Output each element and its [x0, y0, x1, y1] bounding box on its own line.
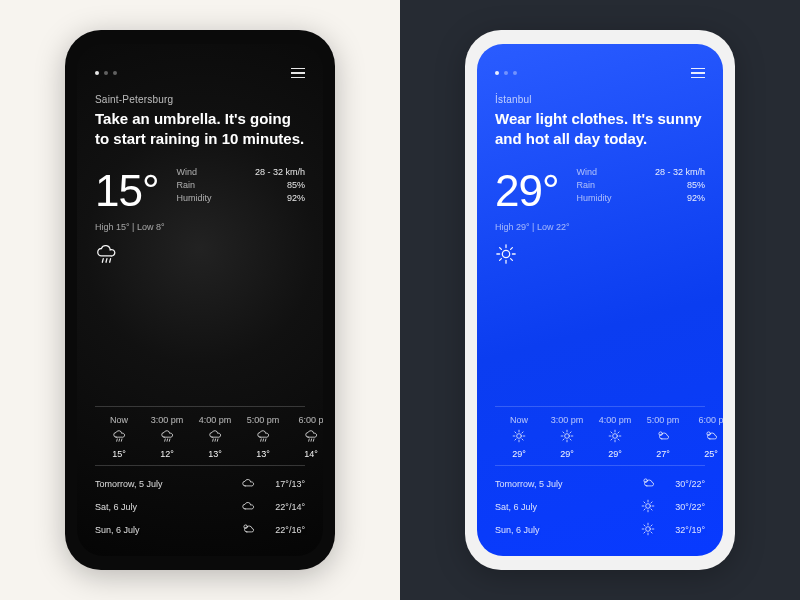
svg-line-14 [265, 439, 266, 441]
hour-cell[interactable]: Now15° [95, 415, 143, 459]
svg-line-33 [515, 432, 516, 433]
hour-cell[interactable]: Now29° [495, 415, 543, 459]
hour-cell[interactable]: 5:00 pm27° [639, 415, 687, 459]
svg-line-24 [500, 247, 502, 249]
wind-label: Wind [577, 167, 598, 177]
svg-line-63 [644, 502, 645, 503]
rain-value: 85% [687, 180, 705, 190]
hour-cell[interactable]: 4:00 pm29° [591, 415, 639, 459]
wind-value: 28 - 32 km/h [255, 167, 305, 177]
svg-line-75 [644, 532, 645, 533]
day-label: Sat, 6 July [95, 502, 233, 512]
day-row[interactable]: Sat, 6 July22°/14° [95, 497, 305, 517]
condition-icon [95, 240, 305, 268]
svg-line-27 [500, 258, 502, 260]
condition-icon [495, 240, 705, 268]
day-icon [233, 522, 263, 538]
hour-temp: 13° [256, 449, 270, 459]
svg-line-16 [311, 439, 312, 441]
svg-line-6 [165, 439, 166, 441]
day-row[interactable]: Sun, 6 July32°/19° [495, 520, 705, 540]
hour-cell[interactable]: 3:00 pm12° [143, 415, 191, 459]
svg-line-64 [651, 509, 652, 510]
hour-cell[interactable]: 6:00 p25° [687, 415, 723, 459]
daily-forecast[interactable]: Tomorrow, 5 July30°/22°Sat, 6 July30°/22… [495, 474, 705, 544]
hour-temp: 15° [112, 449, 126, 459]
svg-line-1 [106, 258, 107, 262]
svg-line-52 [618, 439, 619, 440]
menu-icon[interactable] [691, 68, 705, 79]
day-icon [233, 499, 263, 515]
canvas-left: Saint-Petersburg Take an umbrella. It's … [0, 0, 400, 600]
page-dots[interactable] [95, 71, 117, 75]
svg-line-34 [522, 439, 523, 440]
svg-line-0 [102, 258, 103, 262]
hour-temp: 14° [304, 449, 318, 459]
hour-time: 3:00 pm [551, 415, 584, 425]
hour-time: 3:00 pm [151, 415, 184, 425]
rain-value: 85% [287, 180, 305, 190]
svg-line-2 [110, 258, 111, 262]
svg-line-53 [618, 432, 619, 433]
day-row[interactable]: Tomorrow, 5 July30°/22° [495, 474, 705, 494]
svg-line-10 [215, 439, 216, 441]
svg-line-54 [611, 439, 612, 440]
day-label: Tomorrow, 5 July [95, 479, 233, 489]
hour-time: 4:00 pm [199, 415, 232, 425]
hour-time: Now [110, 415, 128, 425]
svg-line-42 [563, 432, 564, 433]
svg-line-4 [119, 439, 120, 441]
day-temps: 32°/19° [663, 525, 705, 535]
day-row[interactable]: Sun, 6 July22°/16° [95, 520, 305, 540]
hour-icon [560, 429, 574, 445]
day-row[interactable]: Tomorrow, 5 July17°/13° [95, 474, 305, 494]
hour-time: 4:00 pm [599, 415, 632, 425]
day-row[interactable]: Sat, 6 July30°/22° [495, 497, 705, 517]
advice-headline: Wear light clothes. It's sunny and hot a… [495, 109, 705, 150]
current-row: 29° Wind28 - 32 km/h Rain85% Humidity92% [495, 166, 705, 216]
svg-line-74 [651, 525, 652, 526]
advice-headline: Take an umbrella. It's going to start ra… [95, 109, 305, 150]
svg-line-8 [169, 439, 170, 441]
svg-line-17 [313, 439, 314, 441]
hour-icon [112, 429, 126, 445]
menu-icon[interactable] [291, 68, 305, 79]
daily-forecast[interactable]: Tomorrow, 5 July17°/13°Sat, 6 July22°/14… [95, 474, 305, 544]
svg-line-73 [651, 532, 652, 533]
svg-line-45 [563, 439, 564, 440]
svg-line-65 [651, 502, 652, 503]
day-label: Sun, 6 July [95, 525, 233, 535]
hourly-forecast[interactable]: Now29°3:00 pm29°4:00 pm29°5:00 pm27°6:00… [495, 406, 705, 466]
hour-icon [704, 429, 718, 445]
svg-line-36 [515, 439, 516, 440]
current-row: 15° Wind28 - 32 km/h Rain85% Humidity92% [95, 166, 305, 216]
svg-line-51 [611, 432, 612, 433]
hour-time: 6:00 p [698, 415, 723, 425]
hour-icon [512, 429, 526, 445]
svg-point-19 [502, 250, 509, 257]
city-label: İstanbul [495, 94, 705, 105]
svg-line-7 [167, 439, 168, 441]
day-temps: 22°/14° [263, 502, 305, 512]
hour-cell[interactable]: 6:00 p14° [287, 415, 323, 459]
phone-frame-light: İstanbul Wear light clothes. It's sunny … [465, 30, 735, 570]
svg-line-66 [644, 509, 645, 510]
page-dots[interactable] [495, 71, 517, 75]
svg-line-3 [117, 439, 118, 441]
hourly-forecast[interactable]: Now15°3:00 pm12°4:00 pm13°5:00 pm13°6:00… [95, 406, 305, 466]
hour-cell[interactable]: 4:00 pm13° [191, 415, 239, 459]
hour-cell[interactable]: 3:00 pm29° [543, 415, 591, 459]
rain-label: Rain [177, 180, 196, 190]
stats-block: Wind28 - 32 km/h Rain85% Humidity92% [177, 166, 305, 205]
day-temps: 30°/22° [663, 502, 705, 512]
humidity-label: Humidity [177, 193, 212, 203]
day-icon [633, 476, 663, 492]
svg-point-46 [613, 434, 618, 439]
hour-temp: 13° [208, 449, 222, 459]
hour-cell[interactable]: 5:00 pm13° [239, 415, 287, 459]
svg-line-26 [511, 247, 513, 249]
day-temps: 22°/16° [263, 525, 305, 535]
current-temperature: 29° [495, 166, 559, 216]
hour-time: Now [510, 415, 528, 425]
wind-value: 28 - 32 km/h [655, 167, 705, 177]
